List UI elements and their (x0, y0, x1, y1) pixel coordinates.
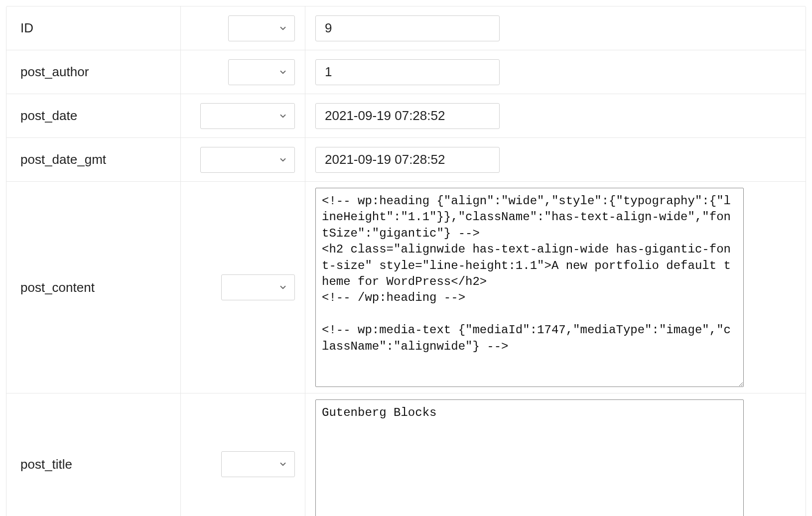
value-cell-id (305, 6, 806, 50)
func-select-post-author[interactable] (228, 59, 295, 85)
chevron-down-icon (278, 155, 287, 164)
func-select-post-date[interactable] (200, 103, 295, 129)
field-label-post-date: post_date (6, 94, 181, 137)
value-input-post-date-gmt[interactable] (315, 147, 500, 173)
field-label-post-date-gmt: post_date_gmt (6, 138, 181, 181)
chevron-down-icon (278, 460, 287, 469)
func-cell-post-title (181, 393, 305, 516)
value-cell-post-title (305, 393, 806, 516)
func-cell-post-author (181, 50, 305, 94)
chevron-down-icon (278, 68, 287, 77)
row-post-date-gmt: post_date_gmt (6, 138, 806, 182)
row-post-author: post_author (6, 50, 806, 94)
func-select-post-content[interactable] (221, 274, 295, 300)
field-label-post-content: post_content (6, 182, 181, 393)
field-label-post-title: post_title (6, 393, 181, 516)
value-input-post-author[interactable] (315, 59, 500, 85)
field-label-id: ID (6, 6, 181, 50)
func-select-post-title[interactable] (221, 451, 295, 477)
value-cell-post-author (305, 50, 806, 94)
row-post-title: post_title (6, 393, 806, 516)
chevron-down-icon (278, 283, 287, 292)
func-select-id[interactable] (228, 15, 295, 41)
field-label-post-author: post_author (6, 50, 181, 94)
value-input-id[interactable] (315, 15, 500, 41)
func-cell-post-date-gmt (181, 138, 305, 181)
row-id: ID (6, 6, 806, 50)
value-textarea-post-title[interactable] (315, 399, 744, 516)
chevron-down-icon (278, 112, 287, 121)
func-cell-id (181, 6, 305, 50)
value-cell-post-date (305, 94, 806, 137)
func-select-post-date-gmt[interactable] (200, 147, 295, 173)
chevron-down-icon (278, 24, 287, 33)
value-input-post-date[interactable] (315, 103, 500, 129)
value-cell-post-date-gmt (305, 138, 806, 181)
value-cell-post-content (305, 182, 806, 393)
db-fields-table: ID post_author post_date (6, 6, 806, 516)
func-cell-post-date (181, 94, 305, 137)
value-textarea-post-content[interactable] (315, 188, 744, 387)
row-post-content: post_content (6, 182, 806, 393)
row-post-date: post_date (6, 94, 806, 138)
func-cell-post-content (181, 182, 305, 393)
